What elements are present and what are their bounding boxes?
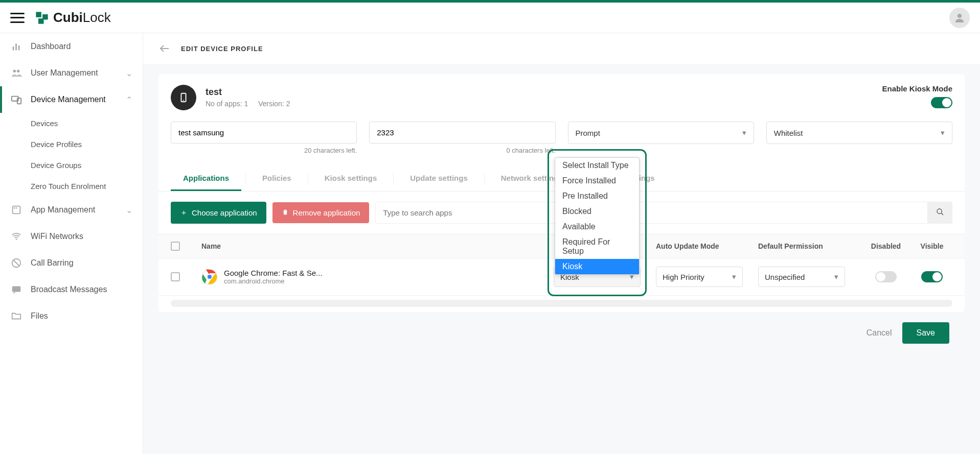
svg-rect-5 (15, 44, 17, 51)
disabled-toggle[interactable] (875, 271, 897, 282)
default-permission-select[interactable]: Unspecified ▾ (758, 267, 845, 287)
install-type-dropdown[interactable]: Select Install Type Force Installed Pre … (555, 157, 640, 275)
back-arrow-button[interactable] (158, 42, 171, 55)
sidebar-sub-devices[interactable]: Devices (31, 113, 143, 134)
svg-line-16 (14, 260, 19, 266)
page-title: EDIT DEVICE PROFILE (181, 45, 263, 53)
svg-point-21 (937, 209, 942, 213)
horizontal-scrollbar[interactable] (171, 300, 952, 307)
app-package: com.android.chrome (224, 277, 323, 285)
svg-point-13 (16, 207, 17, 209)
visible-toggle[interactable] (921, 271, 943, 282)
sidebar-label: User Management (31, 68, 98, 78)
brand-text-bold: Cubi (53, 10, 83, 26)
whitelist-select[interactable]: Whitelist ▾ (766, 122, 952, 144)
caret-down-icon: ▾ (834, 272, 838, 281)
th-default-perm: Default Permission (758, 242, 860, 251)
sidebar-label: Call Barring (31, 258, 74, 268)
svg-point-20 (183, 100, 184, 101)
sidebar: Dashboard User Management ⌄ Device Manag… (0, 33, 143, 454)
version-label: Version: 2 (258, 100, 290, 108)
svg-point-25 (207, 274, 212, 279)
folder-icon (10, 310, 22, 322)
row-checkbox[interactable] (171, 272, 180, 281)
dropdown-option[interactable]: Blocked (555, 204, 639, 219)
sidebar-label: App Management (31, 205, 95, 214)
profile-name-input[interactable] (171, 122, 357, 144)
sidebar-item-user-management[interactable]: User Management ⌄ (0, 60, 143, 86)
app-icon (10, 204, 22, 216)
sidebar-label: WiFi Networks (31, 232, 83, 241)
auto-update-select[interactable]: High Priority ▾ (656, 267, 743, 287)
sidebar-item-app-management[interactable]: App Management ⌄ (0, 197, 143, 223)
svg-rect-4 (13, 46, 14, 50)
svg-point-7 (13, 70, 16, 73)
tab-policies[interactable]: Policies (250, 166, 304, 191)
sidebar-item-broadcast[interactable]: Broadcast Messages (0, 276, 143, 303)
cancel-button[interactable]: Cancel (867, 328, 892, 338)
dropdown-option[interactable]: Available (555, 219, 639, 234)
prompt-select[interactable]: Prompt ▾ (568, 122, 754, 144)
search-icon (936, 208, 944, 218)
tab-update-settings[interactable]: Update settings (398, 166, 480, 191)
svg-rect-6 (18, 45, 20, 50)
sidebar-item-device-management[interactable]: Device Management ⌃ (0, 86, 143, 113)
bar-chart-icon (10, 40, 22, 53)
th-visible: Visible (911, 242, 952, 251)
block-icon (10, 257, 22, 269)
logo-icon (35, 11, 49, 25)
devices-icon (10, 93, 22, 106)
chars-left-1: 20 characters left. (171, 147, 357, 154)
dropdown-option[interactable]: Force Installed (555, 173, 639, 188)
dropdown-option[interactable]: Pre Installed (555, 188, 639, 204)
chars-left-2: 0 characters left. (369, 147, 555, 154)
th-name: Name (201, 242, 554, 251)
wifi-icon (10, 230, 22, 243)
profile-code-input[interactable] (369, 122, 555, 144)
user-avatar[interactable] (949, 8, 970, 28)
th-auto-update: Auto Update Mode (656, 242, 758, 251)
select-all-checkbox[interactable] (171, 242, 180, 251)
svg-rect-11 (13, 206, 20, 214)
tab-applications[interactable]: Applications (171, 166, 241, 191)
sidebar-label: Device Management (31, 95, 106, 104)
dropdown-option[interactable]: Select Install Type (555, 158, 639, 173)
svg-point-8 (17, 70, 19, 73)
plus-icon: ＋ (180, 208, 188, 218)
kiosk-mode-toggle[interactable] (931, 97, 952, 108)
th-disabled: Disabled (860, 242, 911, 251)
svg-rect-17 (12, 286, 21, 292)
sidebar-label: Broadcast Messages (31, 285, 107, 294)
sidebar-item-wifi[interactable]: WiFi Networks (0, 223, 143, 250)
trash-icon (282, 208, 289, 217)
profile-name: test (206, 87, 873, 98)
menu-toggle-button[interactable] (10, 13, 25, 23)
brand-text-thin: Lock (83, 10, 111, 26)
sidebar-item-files[interactable]: Files (0, 303, 143, 329)
sidebar-item-dashboard[interactable]: Dashboard (0, 33, 143, 60)
search-apps-input[interactable] (375, 202, 928, 224)
sidebar-item-call-barring[interactable]: Call Barring (0, 250, 143, 276)
sidebar-sub-zero-touch[interactable]: Zero Touch Enrolment (31, 176, 143, 197)
dropdown-option[interactable]: Required For Setup (555, 234, 639, 259)
caret-down-icon: ▾ (732, 272, 736, 281)
brand-logo[interactable]: CubiLock (35, 10, 111, 26)
chevron-down-icon: ⌄ (126, 205, 132, 215)
sidebar-sub-device-groups[interactable]: Device Groups (31, 155, 143, 176)
remove-application-button[interactable]: Remove application (272, 202, 370, 223)
svg-line-22 (941, 213, 943, 215)
caret-down-icon: ▾ (742, 128, 746, 137)
svg-point-12 (14, 207, 15, 209)
tab-kiosk-settings[interactable]: Kiosk settings (312, 166, 390, 191)
dropdown-option-selected[interactable]: Kiosk (555, 259, 639, 274)
search-button[interactable] (928, 202, 952, 224)
svg-rect-0 (36, 12, 41, 17)
chrome-app-icon (201, 269, 218, 285)
choose-application-button[interactable]: ＋ Choose application (171, 202, 266, 224)
caret-down-icon: ▾ (941, 128, 945, 137)
chevron-down-icon: ⌄ (126, 68, 132, 78)
save-button[interactable]: Save (902, 322, 949, 344)
svg-rect-2 (38, 18, 44, 23)
sidebar-sub-device-profiles[interactable]: Device Profiles (31, 134, 143, 155)
svg-point-3 (958, 14, 962, 18)
